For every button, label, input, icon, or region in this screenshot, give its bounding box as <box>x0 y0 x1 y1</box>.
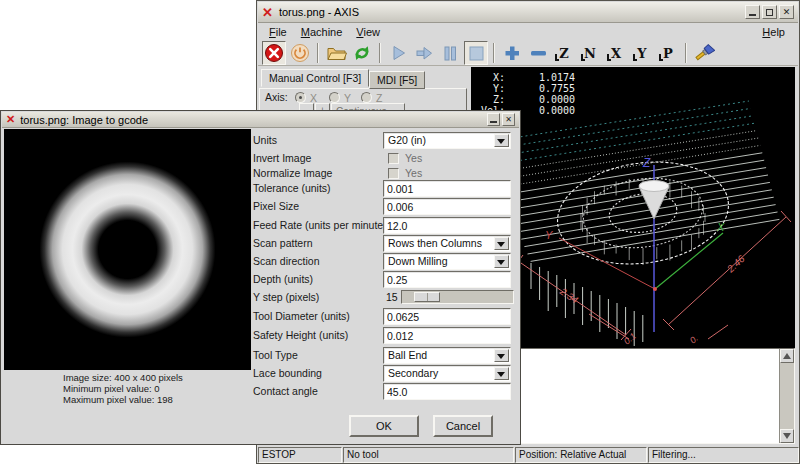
tolerance-input[interactable] <box>383 180 511 197</box>
reload-button[interactable] <box>350 41 374 65</box>
zoom-out-button[interactable] <box>526 41 550 65</box>
ok-button[interactable]: OK <box>349 415 419 437</box>
image-max-text: Maximum pixel value: 198 <box>63 394 183 405</box>
lace-bounding-label: Lace bounding <box>253 365 322 382</box>
axis-titlebar[interactable]: ✕ torus.png - AXIS ✕ <box>258 2 798 23</box>
dialog-app-icon: ✕ <box>6 114 15 125</box>
axis-radio-y[interactable] <box>329 92 340 103</box>
pixel-size-label: Pixel Size <box>253 198 299 215</box>
image-size-text: Image size: 400 x 400 pixels <box>63 372 183 383</box>
zoom-in-button[interactable] <box>500 41 524 65</box>
scroll-up-button[interactable] <box>780 349 794 363</box>
dro-row-z: Z:0.0000 <box>471 94 575 105</box>
status-filtering: Filtering... <box>648 447 799 463</box>
view-z-icon: Z <box>553 42 575 64</box>
view-y-icon: Y <box>631 42 653 64</box>
axis-radio-z[interactable] <box>361 92 372 103</box>
estop-icon <box>263 42 285 64</box>
tab-mdi[interactable]: MDI [F5] <box>369 71 425 89</box>
dropdown-arrow-icon[interactable] <box>494 237 509 250</box>
image-info: Image size: 400 x 400 pixels Minimum pix… <box>63 372 183 405</box>
triangle-up-icon <box>783 353 791 359</box>
view-z-button[interactable]: Z <box>552 41 576 65</box>
stop-icon <box>465 42 487 64</box>
gcode-scrollbar[interactable] <box>779 349 794 443</box>
menu-view[interactable]: View <box>349 25 387 39</box>
dialog-close-button[interactable]: ✕ <box>502 113 515 126</box>
menu-machine[interactable]: Machine <box>294 25 350 39</box>
axis-y-label: Y <box>545 229 553 241</box>
dialog-titlebar[interactable]: ✕ torus.png: Image to gcode ✕ <box>2 112 519 128</box>
pause-button[interactable] <box>438 41 462 65</box>
dropdown-arrow-icon[interactable] <box>494 367 509 380</box>
safety-height-input[interactable] <box>383 327 511 344</box>
y-step-slider[interactable] <box>401 290 514 304</box>
machine-power-icon <box>289 42 311 64</box>
source-image-preview <box>4 129 251 370</box>
step-button[interactable] <box>412 41 436 65</box>
depth-label: Depth (units) <box>253 271 313 288</box>
pixel-size-input[interactable] <box>383 198 511 215</box>
dialog-minimize-button[interactable] <box>487 113 500 126</box>
menubar: File Machine View Help <box>258 23 798 41</box>
dropdown-arrow-icon[interactable] <box>494 255 509 268</box>
normalize-image-checkbox[interactable] <box>388 168 399 179</box>
status-position: Position: Relative Actual <box>515 447 647 463</box>
zoom-out-icon <box>527 42 549 64</box>
scan-pattern-select[interactable]: Rows then Columns <box>383 235 511 252</box>
scan-pattern-label: Scan pattern <box>253 235 313 252</box>
tool-type-select[interactable]: Ball End <box>383 347 511 364</box>
run-icon <box>387 42 409 64</box>
dimension-left-label: 2.34 <box>557 285 580 306</box>
estop-button[interactable] <box>262 41 286 65</box>
minimize-button[interactable] <box>745 5 760 19</box>
close-button[interactable]: ✕ <box>779 5 794 19</box>
dimension-small-label-2: 0. <box>688 333 700 345</box>
scan-direction-label: Scan direction <box>253 253 320 270</box>
toolbar-separator <box>317 43 319 63</box>
stop-button[interactable] <box>464 41 488 65</box>
tab-manual-control[interactable]: Manual Control [F3] <box>261 69 369 87</box>
axis-x-label: X <box>716 221 725 233</box>
menu-file[interactable]: File <box>262 25 294 39</box>
open-file-button[interactable] <box>324 41 348 65</box>
clear-plot-brush-icon <box>693 42 715 64</box>
contact-angle-label: Contact angle <box>253 383 318 400</box>
contact-angle-input[interactable] <box>383 383 511 400</box>
run-button[interactable] <box>386 41 410 65</box>
cancel-button[interactable]: Cancel <box>433 415 493 437</box>
pause-icon <box>439 42 461 64</box>
axis-app-icon: ✕ <box>262 6 273 19</box>
dropdown-arrow-icon[interactable] <box>494 349 509 362</box>
axis-z-label: Z <box>642 156 651 170</box>
toolbar-separator <box>685 43 687 63</box>
menu-help[interactable]: Help <box>755 25 792 39</box>
status-estop: ESTOP <box>258 447 342 463</box>
maximize-button[interactable] <box>762 5 777 19</box>
depth-input[interactable] <box>383 271 511 288</box>
slider-handle[interactable] <box>414 292 440 302</box>
axis-label: Axis: <box>265 91 288 103</box>
scan-direction-select[interactable]: Down Milling <box>383 253 511 270</box>
units-select[interactable]: G20 (in) <box>383 132 511 149</box>
axis-radio-x[interactable] <box>295 92 306 103</box>
lace-bounding-select[interactable]: Secondary <box>383 365 511 382</box>
view-p-icon: P <box>657 42 679 64</box>
view-y-button[interactable]: Y <box>630 41 654 65</box>
invert-image-checkbox[interactable] <box>388 153 399 164</box>
machine-power-button[interactable] <box>288 41 312 65</box>
view-z2-button[interactable]: N <box>578 41 602 65</box>
view-x-button[interactable]: X <box>604 41 628 65</box>
dropdown-arrow-icon[interactable] <box>494 134 509 147</box>
view-x-icon: X <box>605 42 627 64</box>
tool-diameter-input[interactable] <box>383 308 511 325</box>
y-step-value: 15 <box>386 289 398 306</box>
toolbar: Z N X Y P <box>258 41 798 66</box>
dialog-title: torus.png: Image to gcode <box>20 114 148 126</box>
image-min-text: Minimum pixel value: 0 <box>63 383 183 394</box>
clear-plot-button[interactable] <box>692 41 716 65</box>
dro-row-y: Y:0.7755 <box>471 83 575 94</box>
feed-rate-input[interactable] <box>383 217 511 234</box>
scroll-down-button[interactable] <box>780 429 794 443</box>
view-p-button[interactable]: P <box>656 41 680 65</box>
